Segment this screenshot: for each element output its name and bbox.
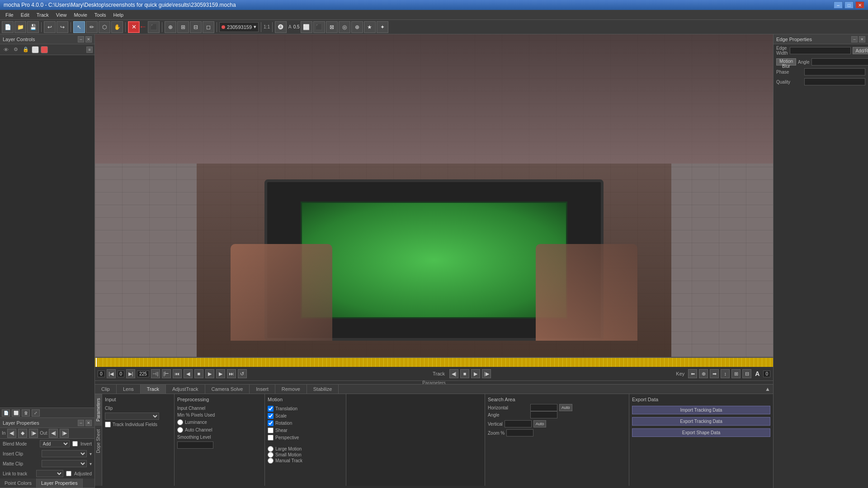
create-tool[interactable]: ✏ [86,21,98,33]
clip-dropdown[interactable] [105,413,159,420]
maximize-button[interactable]: □ [844,1,854,9]
view-controls-3[interactable]: ⊠ [326,21,338,33]
color-red[interactable] [41,46,48,53]
out-prev-btn[interactable]: ◀| [49,429,58,438]
params-expand-btn[interactable]: ▲ [765,385,773,394]
go-start-btn[interactable]: ⏮ [173,369,182,378]
duplicate-layer-btn[interactable]: ⬜ [12,409,20,417]
scale-checkbox[interactable] [268,413,274,419]
params-tab-lens[interactable]: Lens [117,385,141,394]
menu-help[interactable]: Help [109,11,127,19]
small-motion-btn[interactable] [268,452,274,458]
edge-prop-minimize[interactable]: – [851,36,858,42]
prev-keyframe-timeline[interactable]: |◀ [107,369,116,378]
track-next[interactable]: |▶ [482,369,491,378]
key-3[interactable]: ➡ [710,369,719,378]
angle-input[interactable] [530,411,557,418]
side-tab-dope-sheet[interactable]: Dope Sheet [95,425,102,457]
params-tab-stabilize[interactable]: Stabilize [307,385,339,394]
edge-width-input[interactable] [790,47,851,54]
angle-rp-input[interactable] [811,58,868,66]
tab-layer-properties[interactable]: Layer Properties [37,479,83,488]
color-toggle[interactable]: 🅐 [275,21,287,33]
layer-expand-btn[interactable]: ≡ [86,47,93,53]
close-button[interactable]: ✕ [855,1,864,9]
edit-tool[interactable]: ⬡ [99,21,110,33]
menu-view[interactable]: View [52,11,71,19]
save-button[interactable]: 💾 [27,21,39,33]
vertical-auto-btn[interactable]: Auto [533,420,547,427]
export-tracking-btn[interactable]: Export Tracking Data [632,417,770,426]
mask-button[interactable]: ◻ [203,21,214,33]
delete-layer-btn[interactable]: 🗑 [22,409,30,417]
menu-tools[interactable]: Tools [91,11,110,19]
expand-btn[interactable]: ⤢ [32,409,40,417]
color-white[interactable] [32,46,39,53]
timeline-track[interactable] [95,358,773,367]
invert-checkbox[interactable] [72,441,78,446]
luminance-radio-btn[interactable] [177,419,183,425]
visibility-icon[interactable]: 👁 [2,46,10,54]
link-to-track-dropdown[interactable] [36,470,63,477]
adjusted-checkbox[interactable] [66,471,71,476]
track-individual-checkbox[interactable] [105,422,111,427]
large-motion-btn[interactable] [268,446,274,452]
play-btn[interactable]: ▶ [205,369,214,378]
rotation-checkbox[interactable] [268,420,274,426]
out-next-btn[interactable]: |▶ [60,429,69,438]
track-forward-button[interactable]: ✕ [128,21,140,33]
key-5[interactable]: ⊞ [731,369,741,378]
set-out-btn[interactable]: |⊢ [162,369,171,378]
zoom-button[interactable]: ⊕ [165,21,176,33]
view-controls-5[interactable]: ⊕ [351,21,363,33]
insert-clip-dropdown[interactable] [42,450,87,457]
select-tool[interactable]: ↖ [73,21,85,33]
params-tab-adjusttrack[interactable]: AdjustTrack [166,385,205,394]
x-button[interactable]: ⬛ [148,21,160,33]
new-button[interactable]: 📄 [2,21,14,33]
matte-clip-dropdown[interactable] [42,460,87,467]
params-tab-track[interactable]: Track [141,385,166,394]
key-2[interactable]: ⊕ [699,369,708,378]
menu-file[interactable]: File [2,11,17,19]
view-controls-6[interactable]: ★ [364,21,376,33]
clip-selector[interactable]: 230593159 ▾ [219,22,259,32]
quality-input[interactable] [804,78,865,85]
params-tab-clip[interactable]: Clip [95,385,117,394]
prev-keyframe-btn[interactable]: ◀| [7,429,16,438]
next-frame-btn[interactable]: ▶ [216,369,225,378]
export-shape-btn[interactable]: Export Shape Data [632,428,770,437]
loop-btn[interactable]: ↺ [238,369,247,378]
lock-icon[interactable]: 🔒 [22,46,30,54]
open-button[interactable]: 📁 [14,21,26,33]
minimize-button[interactable]: – [834,1,843,9]
next-keyframe-timeline[interactable]: ▶| [126,369,135,378]
key-1[interactable]: ⬅ [688,369,697,378]
track-prev[interactable]: ◀| [449,369,458,378]
vertical-input[interactable] [505,420,532,427]
zoom-input[interactable] [506,429,533,436]
params-tab-remove[interactable]: Remove [275,385,307,394]
layer-controls-minimize[interactable]: – [78,36,84,42]
prev-frame-btn[interactable]: ◀ [184,369,193,378]
tab-point-colors[interactable]: Point Colors [0,479,37,488]
add-layer-btn[interactable]: 📄 [2,409,10,417]
pan-tool[interactable]: ✋ [111,21,123,33]
layer-properties-close[interactable]: ✕ [85,420,92,426]
layer-controls-close[interactable]: ✕ [85,36,92,42]
track-stop[interactable]: ■ [460,369,469,378]
track-play[interactable]: ▶ [471,369,480,378]
blend-mode-dropdown[interactable]: Add None [40,440,70,447]
horizontal-auto-btn[interactable]: Auto [559,404,572,411]
set-in-btn[interactable]: ⊣| [151,369,160,378]
redo-button[interactable]: ↪ [57,21,68,33]
params-tab-insert[interactable]: Insert [250,385,275,394]
params-tab-camera-solve[interactable]: Camera Solve [205,385,250,394]
add-keyframe-btn[interactable]: ◆ [18,429,27,438]
translation-checkbox[interactable] [268,406,274,412]
perspective-checkbox[interactable] [268,435,274,441]
import-tracking-btn[interactable]: Import Tracking Data [632,406,770,414]
motion-blur-btn[interactable]: Motion Blur [776,58,796,66]
view-controls-7[interactable]: ✦ [377,21,388,33]
grid-button[interactable]: ⊟ [190,21,202,33]
